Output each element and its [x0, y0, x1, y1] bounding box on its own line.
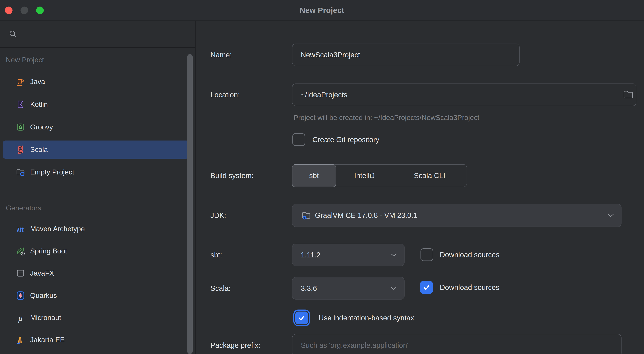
location-label: Location: — [210, 84, 240, 106]
search-field[interactable] — [0, 21, 195, 48]
quarkus-icon — [16, 291, 26, 300]
svg-text:G: G — [18, 125, 22, 130]
sidebar-item-javafx[interactable]: JavaFX — [3, 264, 189, 282]
sidebar-item-label: Micronaut — [30, 314, 61, 322]
sidebar-item-jakarta-ee[interactable]: Jakarta EE — [3, 331, 189, 349]
use-indentation-syntax-checkbox[interactable] — [295, 311, 308, 324]
scala-download-sources-label: Download sources — [440, 281, 500, 294]
sidebar-item-label: Java — [30, 78, 45, 86]
sidebar-item-micronaut[interactable]: μ Micronaut — [3, 309, 189, 327]
sidebar-item-label: Scala — [30, 146, 48, 154]
section-header-generators: Generators — [6, 201, 41, 215]
chevron-down-icon — [390, 286, 397, 290]
section-header-new-project: New Project — [6, 53, 44, 67]
scala-label: Scala: — [210, 277, 230, 299]
maven-icon: m — [16, 224, 26, 234]
build-system-option-scala-cli[interactable]: Scala CLI — [393, 165, 466, 187]
svg-text:μ: μ — [18, 313, 23, 322]
sidebar-item-maven-archetype[interactable]: m Maven Archetype — [3, 220, 189, 238]
new-project-dialog: New Project New Project Java — [0, 0, 644, 354]
jdk-label: JDK: — [210, 204, 226, 227]
jdk-value: GraalVM CE 17.0.8 - VM 23.0.1 — [315, 211, 418, 219]
scala-icon — [16, 145, 26, 155]
sidebar-item-label: JavaFX — [30, 269, 54, 277]
sidebar-item-label: Empty Project — [30, 168, 74, 176]
jakarta-ee-icon — [16, 335, 26, 345]
search-icon — [8, 30, 18, 39]
sidebar-item-quarkus[interactable]: Quarkus — [3, 286, 189, 305]
use-indentation-syntax-label: Use indentation-based syntax — [318, 311, 414, 324]
build-system-label: Build system: — [210, 164, 254, 187]
build-system-segmented-control: sbt IntelliJ Scala CLI — [292, 164, 467, 187]
checkmark-icon — [297, 313, 306, 322]
spring-boot-icon — [16, 246, 26, 256]
svg-text:m: m — [17, 224, 24, 234]
browse-folder-button[interactable] — [622, 89, 634, 100]
sidebar-item-empty-project[interactable]: Empty Project — [3, 163, 189, 181]
sidebar-item-label: Quarkus — [30, 291, 57, 299]
name-input[interactable] — [292, 44, 520, 66]
location-hint: Project will be created in: ~/IdeaProjec… — [294, 112, 479, 123]
name-label: Name: — [210, 44, 232, 66]
build-system-option-intellij[interactable]: IntelliJ — [336, 165, 393, 187]
sbt-download-sources-label: Download sources — [440, 248, 500, 261]
sidebar-item-spring-boot[interactable]: Spring Boot — [3, 242, 189, 260]
package-prefix-input[interactable] — [292, 334, 622, 354]
title-bar: New Project — [0, 0, 644, 21]
sidebar-item-label: Kotlin — [30, 100, 48, 108]
new-project-form: Name: Location: Project will be created … — [196, 21, 644, 354]
jdk-dropdown[interactable]: GraalVM CE 17.0.8 - VM 23.0.1 — [292, 204, 622, 227]
window-title: New Project — [0, 0, 644, 21]
sbt-label: sbt: — [210, 244, 222, 266]
location-input[interactable] — [292, 84, 636, 106]
build-system-option-sbt[interactable]: sbt — [292, 164, 336, 187]
empty-project-icon — [16, 167, 26, 177]
sidebar-item-scala[interactable]: Scala — [3, 141, 189, 159]
chevron-down-icon — [607, 214, 614, 217]
kotlin-icon — [16, 100, 26, 109]
javafx-icon — [16, 268, 26, 278]
scala-version-dropdown[interactable]: 3.3.6 — [292, 277, 404, 299]
scala-download-sources-checkbox[interactable] — [420, 281, 433, 294]
sidebar-item-kotlin[interactable]: Kotlin — [3, 95, 189, 114]
scala-version-value: 3.3.6 — [301, 284, 317, 292]
sidebar: New Project Java Kotlin — [0, 21, 196, 354]
sidebar-item-label: Spring Boot — [30, 247, 67, 255]
sidebar-item-label: Maven Archetype — [30, 225, 85, 233]
sidebar-item-label: Jakarta EE — [30, 336, 65, 344]
checkmark-icon — [422, 283, 431, 292]
sbt-version-value: 1.11.2 — [301, 251, 320, 259]
folder-icon — [622, 89, 634, 100]
package-prefix-label: Package prefix: — [210, 334, 260, 354]
jdk-icon — [301, 210, 311, 221]
sidebar-item-groovy[interactable]: G Groovy — [3, 118, 189, 136]
sidebar-item-java[interactable]: Java — [3, 73, 189, 91]
chevron-down-icon — [390, 253, 397, 257]
groovy-icon: G — [16, 122, 26, 132]
create-git-repository-label: Create Git repository — [312, 133, 379, 146]
sbt-download-sources-checkbox[interactable] — [420, 248, 433, 261]
sbt-version-dropdown[interactable]: 1.11.2 — [292, 244, 404, 266]
sidebar-scrollbar[interactable] — [187, 54, 193, 354]
micronaut-icon: μ — [16, 313, 26, 322]
create-git-repository-checkbox[interactable] — [292, 133, 305, 146]
java-icon — [16, 77, 26, 87]
sidebar-item-label: Groovy — [30, 123, 53, 131]
